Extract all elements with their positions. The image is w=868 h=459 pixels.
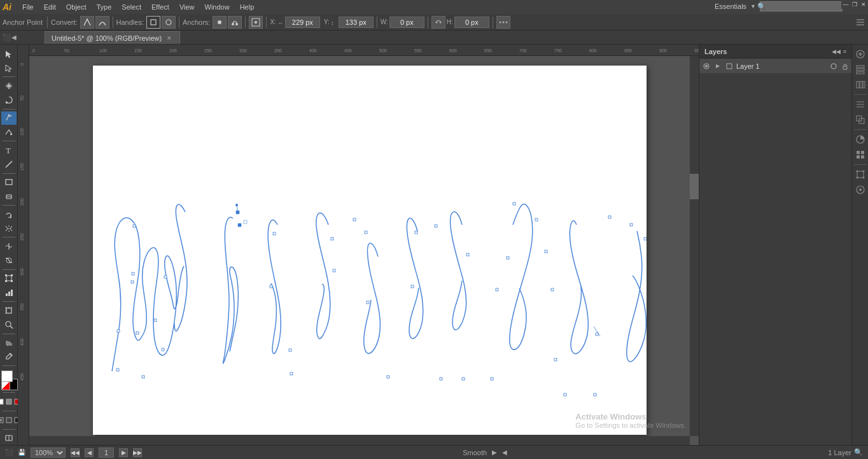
arrange-btn[interactable]: ⬛	[3, 34, 10, 41]
layers-icon[interactable]	[853, 62, 867, 76]
svg-rect-151	[857, 66, 864, 67]
main-layout: T	[0, 45, 868, 445]
vertical-scrollbar-thumb[interactable]	[690, 174, 699, 199]
menu-type[interactable]: Type	[92, 2, 116, 12]
handles-btn-2[interactable]	[162, 16, 176, 29]
menu-edit[interactable]: Edit	[39, 2, 60, 12]
app-logo: Ai	[3, 2, 11, 12]
anchors-btn-1[interactable]	[213, 16, 227, 29]
menu-object[interactable]: Object	[62, 2, 91, 12]
warp-tool[interactable]	[1, 254, 17, 267]
layers-collapse-btn[interactable]: ◀◀	[832, 48, 841, 55]
y-input[interactable]	[339, 17, 374, 28]
pen-tool[interactable]	[1, 111, 17, 125]
lasso-tool[interactable]	[1, 94, 17, 107]
more-options-btn[interactable]	[496, 16, 510, 29]
artboard-tool[interactable]	[1, 304, 17, 317]
menu-select[interactable]: Select	[117, 2, 146, 12]
layers-options-btn[interactable]: ≡	[843, 48, 846, 55]
layer-lock-icon[interactable]	[841, 62, 849, 70]
color-icon[interactable]	[853, 132, 867, 146]
type-tool[interactable]: T	[1, 143, 17, 157]
zoom-control: 100% 50% 200%	[31, 448, 66, 458]
preview-mode-btn[interactable]	[5, 395, 13, 409]
eraser-tool[interactable]	[1, 190, 17, 203]
menu-help[interactable]: Help	[235, 2, 259, 12]
eyedropper-tool[interactable]	[1, 350, 17, 364]
properties-icon[interactable]	[853, 47, 867, 61]
transform-icon[interactable]	[853, 167, 867, 181]
width-tool[interactable]	[1, 239, 17, 253]
nav-next-btn[interactable]: ▶▶	[133, 448, 142, 457]
svg-text:100: 100	[99, 48, 107, 53]
convert-btn-2[interactable]	[95, 16, 109, 29]
screen-mode-1[interactable]	[0, 413, 4, 427]
save-icon[interactable]: 💾	[18, 449, 25, 456]
arrange-tool[interactable]	[1, 432, 17, 445]
status-scroll-left[interactable]: ◀	[502, 449, 507, 456]
svg-rect-129	[594, 393, 596, 396]
layer-visibility-icon[interactable]	[702, 62, 711, 71]
search-input[interactable]	[760, 1, 843, 11]
minimize-button[interactable]: —	[841, 0, 850, 9]
hand-tool[interactable]	[1, 336, 17, 350]
zoom-tool[interactable]	[1, 318, 17, 331]
anchors-label: Anchors:	[183, 18, 210, 26]
essentials-dropdown[interactable]: Essentials	[715, 3, 746, 10]
screen-mode-2[interactable]	[5, 413, 13, 427]
menu-file[interactable]: File	[18, 2, 38, 12]
nav-forward-btn[interactable]: ▶	[119, 448, 128, 457]
align-icon[interactable]	[853, 97, 867, 111]
panel-options-btn[interactable]	[855, 17, 865, 28]
status-play-btn[interactable]: ▶	[492, 449, 497, 456]
tab-close-btn[interactable]: ✕	[165, 34, 173, 42]
status-search-icon[interactable]: 🔍	[854, 448, 863, 456]
layer-target-icon[interactable]	[830, 62, 837, 70]
page-number-input[interactable]	[99, 448, 114, 458]
convert-btn-1[interactable]	[80, 16, 94, 29]
foreground-color-swatch[interactable]	[1, 371, 13, 382]
line-tool[interactable]	[1, 157, 17, 171]
direct-selection-tool[interactable]	[1, 61, 17, 74]
svg-rect-51	[6, 399, 11, 404]
graph-tool[interactable]	[1, 286, 17, 299]
pathfinder-icon[interactable]	[853, 113, 867, 127]
handles-btn-1[interactable]	[146, 16, 160, 29]
go-to-start-btn[interactable]: ◀	[11, 34, 17, 41]
menu-effect[interactable]: Effect	[147, 2, 174, 12]
selection-tool[interactable]	[1, 47, 17, 60]
nav-prev-btn[interactable]: ◀◀	[71, 448, 80, 457]
transform-btn-1[interactable]	[249, 16, 263, 29]
w-input[interactable]	[389, 17, 424, 28]
reset-colors-btn[interactable]	[1, 381, 10, 390]
x-input[interactable]	[285, 17, 320, 28]
add-anchor-point-tool[interactable]	[1, 125, 17, 139]
color-swatches[interactable]	[0, 371, 18, 390]
zoom-select[interactable]: 100% 50% 200%	[31, 448, 66, 458]
free-transform-tool[interactable]	[1, 272, 17, 285]
h-input[interactable]	[454, 17, 489, 28]
close-button[interactable]: ✕	[859, 0, 868, 9]
nav-back-btn[interactable]: ◀	[85, 448, 94, 457]
appearance-icon[interactable]	[853, 183, 867, 197]
dropdown-arrow-icon[interactable]: ▼	[750, 3, 756, 10]
horizontal-scrollbar[interactable]	[29, 436, 690, 445]
menu-window[interactable]: Window	[200, 2, 234, 12]
canvas-area[interactable]: 0 50 100 150 200 250 300 350 400 450 500…	[18, 45, 699, 445]
swatches-icon[interactable]	[853, 148, 867, 162]
canvas-container[interactable]	[29, 56, 690, 436]
menu-view[interactable]: View	[175, 2, 199, 12]
rotate-tool[interactable]	[1, 208, 17, 221]
maximize-button[interactable]: ❐	[850, 0, 859, 9]
document-tab[interactable]: Untitled-5* @ 100% (RGB/Preview) ✕	[45, 31, 180, 44]
link-dimensions-btn[interactable]	[431, 16, 445, 29]
reflect-tool[interactable]	[1, 222, 17, 235]
layer-expand-icon[interactable]	[713, 62, 722, 71]
vertical-scrollbar[interactable]	[690, 56, 699, 436]
magic-wand-tool[interactable]	[1, 79, 17, 92]
libraries-icon[interactable]	[853, 78, 867, 92]
anchors-btn-2[interactable]	[228, 16, 242, 29]
rectangle-tool[interactable]	[1, 176, 17, 189]
normal-mode-btn[interactable]	[0, 395, 4, 409]
layer-row-1[interactable]: Layer 1	[699, 59, 851, 74]
